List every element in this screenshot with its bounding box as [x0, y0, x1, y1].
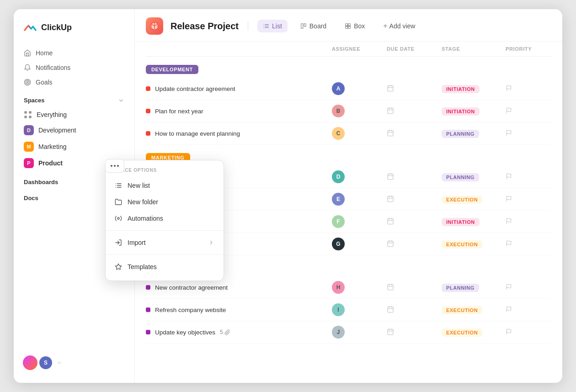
svg-rect-39	[388, 174, 393, 179]
priority-cell	[506, 85, 551, 93]
flag-icon	[506, 196, 512, 202]
stage-cell: EXECUTION	[442, 307, 506, 313]
marketing-dot: M	[24, 142, 34, 152]
add-icon: +	[383, 22, 387, 30]
import-label: Import	[128, 239, 146, 246]
context-templates[interactable]: Templates	[106, 259, 224, 275]
sidebar-footer[interactable]: S	[14, 350, 134, 376]
assignee-cell: H	[332, 281, 387, 294]
table-row[interactable]: Refresh company website I EXECUTION	[146, 299, 551, 321]
calendar-icon	[387, 306, 394, 313]
bell-icon	[24, 64, 31, 71]
stage-badge: PLANNING	[442, 284, 479, 292]
stage-badge: EXECUTION	[442, 306, 482, 314]
tab-board[interactable]: Board	[295, 20, 332, 32]
task-name: Update contractor agreement	[155, 85, 235, 92]
table-header: ASSIGNEE DUE DATE STAGE PRIORITY	[146, 42, 551, 57]
table-row[interactable]: Plan for next year B INITIATION	[146, 100, 551, 122]
assignee-cell: C	[332, 127, 387, 140]
table-row[interactable]: How to manage event planning C PLANNING	[146, 122, 551, 145]
assignee-avatar: H	[332, 281, 345, 294]
tab-divider-1	[248, 21, 248, 31]
tab-list[interactable]: List	[257, 20, 288, 32]
sidebar-item-marketing[interactable]: M Marketing	[14, 138, 134, 155]
svg-rect-21	[348, 24, 351, 26]
due-date-cell	[387, 173, 442, 181]
sidebar-item-home[interactable]: Home	[19, 46, 129, 60]
dot1	[111, 165, 112, 167]
flag-icon	[506, 306, 512, 313]
goals-label: Goals	[36, 79, 53, 86]
product-dot: P	[24, 158, 34, 168]
due-date-cell	[387, 328, 442, 337]
assignee-cell: A	[332, 82, 387, 95]
stage-cell: EXECUTION	[442, 196, 506, 203]
svg-rect-52	[388, 218, 393, 224]
assignee-cell: E	[332, 193, 387, 206]
col-priority: PRIORITY	[506, 46, 551, 52]
sidebar-item-development[interactable]: D Development	[14, 122, 134, 138]
priority-cell	[506, 284, 551, 291]
svg-rect-44	[388, 196, 393, 201]
svg-rect-68	[388, 307, 393, 312]
user-avatar-gradient	[23, 355, 37, 370]
context-new-list[interactable]: New list	[106, 177, 224, 194]
stage-badge: INITIATION	[442, 107, 480, 116]
chevron-down-icon[interactable]	[118, 97, 124, 104]
nav-items: Home Notifications Goals	[14, 46, 134, 90]
calendar-icon	[387, 85, 394, 92]
everything-icon	[24, 111, 32, 119]
assignee-cell: J	[332, 326, 387, 339]
context-import[interactable]: Import	[106, 234, 224, 251]
tab-box-label: Box	[354, 22, 365, 30]
dot2	[114, 165, 116, 167]
sidebar-item-everything[interactable]: Everything	[14, 107, 134, 122]
tab-list-label: List	[272, 22, 282, 30]
priority-dot	[146, 285, 150, 290]
svg-rect-63	[388, 284, 393, 290]
logo-area: ClickUp	[14, 20, 134, 46]
stage-cell: PLANNING	[442, 174, 506, 180]
calendar-icon	[387, 173, 394, 180]
assignee-avatar: C	[332, 127, 345, 140]
development-badge: DEVELOPMENT	[146, 65, 198, 74]
flag-icon	[506, 85, 512, 91]
user-menu-chevron	[57, 360, 62, 366]
add-view-label: Add view	[389, 22, 416, 30]
svg-rect-20	[346, 24, 348, 26]
app-name: ClickUp	[41, 23, 72, 32]
due-date-cell	[387, 217, 442, 226]
assignee-cell: D	[332, 170, 387, 183]
stage-badge: INITIATION	[442, 218, 480, 226]
due-date-cell	[387, 283, 442, 292]
project-title: Release Project	[171, 21, 239, 32]
add-view-button[interactable]: + Add view	[378, 19, 421, 33]
product-label: Product	[38, 159, 63, 167]
context-menu: Space Options New list New folder	[105, 160, 224, 281]
svg-rect-58	[388, 241, 393, 246]
svg-rect-34	[388, 130, 393, 136]
box-view-icon	[345, 23, 351, 29]
stage-cell: INITIATION	[442, 218, 506, 225]
flag-icon	[506, 240, 512, 247]
automations-icon	[115, 215, 122, 222]
table-row[interactable]: Update key objectives 5 J EXECUTION	[146, 321, 551, 344]
tab-box[interactable]: Box	[339, 20, 370, 32]
context-new-folder[interactable]: New folder	[106, 194, 224, 210]
home-icon	[24, 49, 31, 57]
space-options-trigger[interactable]	[105, 159, 124, 173]
sidebar-item-goals[interactable]: Goals	[19, 75, 129, 90]
svg-rect-73	[388, 329, 393, 334]
new-list-label: New list	[128, 182, 150, 189]
sidebar-item-notifications[interactable]: Notifications	[19, 60, 129, 75]
table-row[interactable]: Update contractor agreement A INITIATION	[146, 78, 551, 100]
assignee-avatar: E	[332, 193, 345, 206]
task-name: Update key objectives	[155, 329, 215, 336]
priority-cell	[506, 328, 551, 336]
assignee-cell: F	[332, 215, 387, 228]
context-automations[interactable]: Automations	[106, 210, 224, 227]
list-icon	[115, 182, 122, 189]
calendar-icon	[387, 107, 394, 114]
calendar-icon	[387, 328, 394, 335]
svg-point-1	[26, 80, 29, 84]
